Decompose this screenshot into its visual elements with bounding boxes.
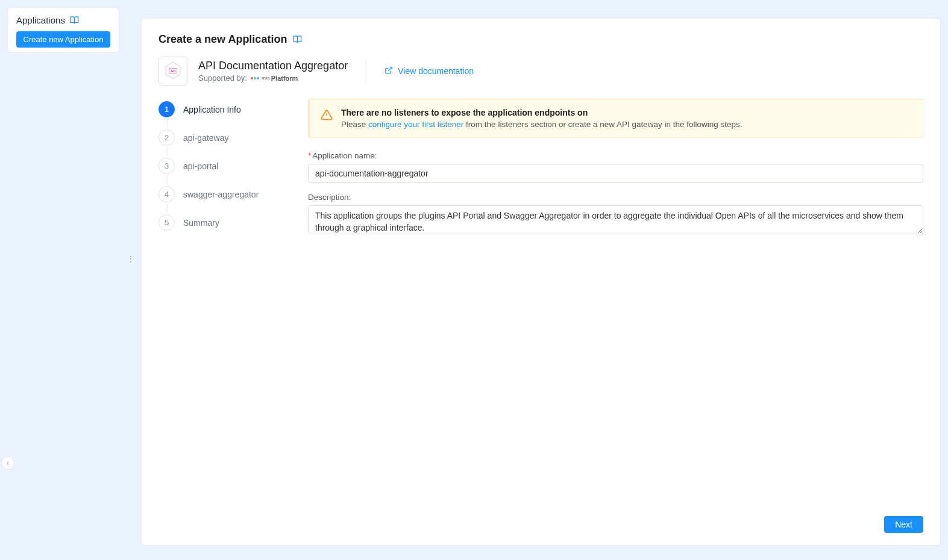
alert-title: There are no listeners to expose the app… (341, 108, 742, 117)
step-label: api-portal (183, 161, 218, 171)
warning-icon (321, 109, 333, 129)
svg-text:API: API (171, 69, 175, 73)
platform-dots-icon (251, 77, 259, 79)
description-textarea[interactable] (308, 205, 923, 234)
form-column: There are no listeners to expose the app… (308, 99, 923, 516)
platform-badge: mia Platform (251, 75, 298, 82)
step-api-gateway[interactable]: 2 api-gateway (159, 129, 291, 158)
alert-msg-suffix: from the listeners section or create a n… (463, 120, 742, 129)
step-number: 3 (159, 158, 175, 174)
step-label: api-gateway (183, 133, 229, 143)
warning-alert: There are no listeners to expose the app… (308, 99, 923, 138)
step-swagger-aggregator[interactable]: 4 swagger-aggregator (159, 186, 291, 214)
view-documentation-link[interactable]: View documentation (385, 66, 474, 76)
step-label: swagger-aggregator (183, 190, 259, 199)
pane-divider[interactable]: ⋮ (127, 7, 134, 553)
alert-body: There are no listeners to expose the app… (341, 108, 742, 129)
app-name-block: API Documentation Aggregator Supported b… (198, 60, 348, 82)
page-title: Create a new Application (159, 33, 287, 46)
step-number: 1 (159, 101, 175, 117)
configure-listener-link[interactable]: configure your first listener (368, 120, 463, 129)
app-logo-icon: API (163, 60, 183, 82)
create-application-button[interactable]: Create new Application (16, 31, 110, 48)
step-number: 4 (159, 186, 175, 202)
supported-by-label: Supported by: (198, 73, 247, 82)
step-api-portal[interactable]: 3 api-portal (159, 158, 291, 186)
app-header: API API Documentation Aggregator Support… (159, 57, 923, 86)
application-name-field: *Application name: (308, 151, 923, 183)
platform-name: Platform (271, 75, 298, 82)
alert-message: Please configure your first listener fro… (341, 120, 742, 129)
application-name-input[interactable] (308, 164, 923, 183)
app-logo: API (159, 57, 187, 86)
external-link-icon (385, 66, 393, 76)
book-icon[interactable] (70, 16, 79, 25)
application-name-label-text: Application name: (312, 151, 377, 160)
description-field: Description: (308, 193, 923, 236)
app-name: API Documentation Aggregator (198, 60, 348, 72)
application-name-label: *Application name: (308, 151, 923, 160)
page-title-row: Create a new Application (159, 33, 923, 46)
sidebar: Applications Create new Application (7, 7, 119, 53)
collapse-sidebar-button[interactable]: ‹ (1, 456, 14, 470)
description-label: Description: (308, 193, 923, 202)
required-indicator: * (308, 151, 311, 160)
main-panel: Create a new Application API API Docume (141, 18, 941, 546)
wizard-footer: Next (159, 516, 923, 533)
drag-handle-icon[interactable]: ⋮ (127, 254, 134, 264)
next-button[interactable]: Next (884, 516, 923, 533)
sidebar-title: Applications (16, 15, 65, 25)
book-icon[interactable] (293, 35, 302, 44)
vertical-divider (366, 59, 366, 83)
wizard-steps: 1 Application Info 2 api-gateway 3 api-p… (159, 99, 291, 516)
view-documentation-label: View documentation (398, 66, 474, 76)
step-application-info[interactable]: 1 Application Info (159, 101, 291, 129)
chevron-left-icon: ‹ (7, 459, 9, 467)
supported-by-row: Supported by: mia Platform (198, 73, 348, 82)
sidebar-header: Applications (16, 15, 110, 25)
step-number: 2 (159, 129, 175, 146)
step-summary[interactable]: 5 Summary (159, 214, 291, 243)
alert-msg-prefix: Please (341, 120, 368, 129)
step-label: Summary (183, 218, 219, 228)
step-number: 5 (159, 214, 175, 231)
step-label: Application Info (183, 105, 241, 114)
svg-line-3 (388, 67, 392, 70)
